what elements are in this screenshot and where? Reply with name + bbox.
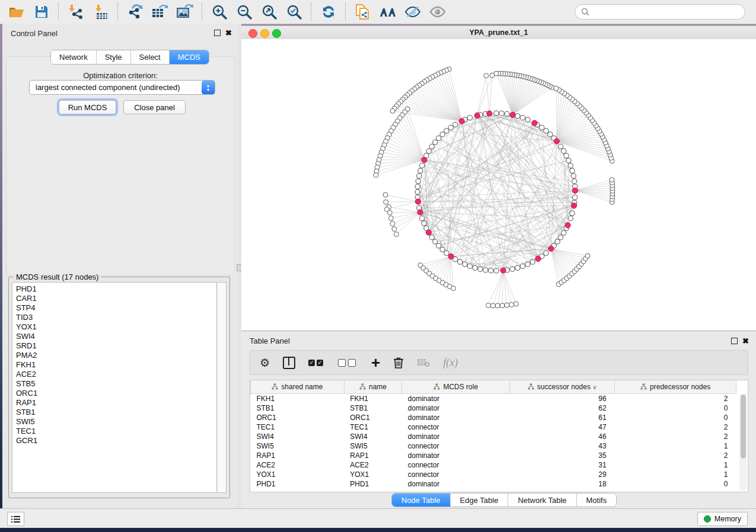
mcds-result-item[interactable]: ORC1 — [16, 389, 216, 398]
mcds-result-item[interactable]: SRD1 — [16, 341, 216, 351]
table-panel-title: Table Panel — [250, 336, 290, 345]
import-table-icon[interactable] — [92, 4, 109, 20]
memory-button[interactable]: Memory — [697, 512, 748, 526]
search-box[interactable] — [575, 4, 745, 20]
cell-successor_nodes: 61 — [510, 413, 615, 422]
float-panel-icon[interactable] — [214, 30, 221, 36]
tab-edge-table[interactable]: Edge Table — [451, 493, 509, 507]
cell-mcds_role: dominator — [402, 432, 510, 441]
run-mcds-button[interactable]: Run MCDS — [59, 100, 116, 114]
column-header-predecessor-nodes[interactable]: predecessor nodes — [615, 380, 736, 394]
table-row[interactable]: SWI4SWI4dominator462 — [251, 432, 736, 441]
optimization-criterion-label: Optimization criterion: — [7, 71, 234, 80]
network-graph[interactable] — [241, 39, 756, 331]
mcds-result-item[interactable]: SWI4 — [16, 332, 216, 341]
mcds-result-scrollbar[interactable] — [218, 282, 227, 493]
control-panel: Control Panel ✖ NetworkStyleSelectMCDS O… — [2, 24, 238, 508]
tab-network[interactable]: Network — [51, 50, 97, 64]
first-neighbors-icon[interactable] — [379, 4, 396, 20]
column-header-name[interactable]: name — [344, 380, 402, 394]
open-file-icon[interactable] — [8, 4, 25, 20]
cell-mcds_role: connector — [402, 470, 510, 479]
select-all-icon[interactable]: ✓✓ — [308, 355, 325, 370]
column-header-shared-name[interactable]: shared name — [251, 380, 344, 394]
save-session-icon[interactable] — [33, 4, 50, 20]
network-view[interactable] — [241, 39, 756, 331]
table-row[interactable]: PHD1PHD1dominator180 — [251, 479, 736, 489]
zoom-selected-icon[interactable] — [286, 4, 302, 20]
zoom-out-icon[interactable] — [236, 4, 253, 20]
delete-column-icon[interactable] — [393, 355, 404, 370]
criterion-select[interactable]: largest connected component (undirected)… — [29, 80, 215, 95]
mcds-result-item[interactable]: GCR1 — [16, 436, 216, 446]
tab-select[interactable]: Select — [131, 50, 170, 64]
zoom-in-icon[interactable] — [211, 4, 228, 20]
cell-shared_name: ORC1 — [251, 413, 344, 422]
mcds-result-item[interactable]: YOX1 — [16, 322, 216, 332]
select-stepper-icon: ▲▼ — [202, 81, 215, 94]
table-row[interactable]: SWI5SWI5connector431 — [251, 441, 736, 451]
mcds-result-item[interactable]: TID3 — [16, 313, 216, 322]
cell-shared_name: ACE2 — [251, 460, 344, 470]
table-row[interactable]: ACE2ACE2connector311 — [251, 460, 736, 470]
copy-style-icon[interactable] — [355, 4, 371, 20]
show-all-icon[interactable] — [429, 4, 446, 20]
mcds-result-item[interactable]: ACE2 — [16, 370, 216, 379]
cell-shared_name: RAP1 — [251, 451, 344, 460]
column-header-successor-nodes[interactable]: successor nodes ∨ — [510, 380, 615, 394]
import-network-icon[interactable] — [68, 4, 84, 20]
node-table[interactable]: shared namenameMCDS rolesuccessor nodes … — [250, 380, 748, 492]
task-history-button[interactable] — [7, 512, 24, 526]
float-table-panel-icon[interactable] — [731, 338, 738, 344]
mcds-result-item[interactable]: STB1 — [16, 408, 216, 417]
mcds-result-item[interactable]: SWI5 — [16, 417, 216, 427]
close-panel-button[interactable]: Close panel — [123, 100, 186, 114]
table-row[interactable]: TEC1TEC1connector472 — [251, 422, 736, 432]
mcds-result-item[interactable]: FKH1 — [16, 360, 216, 370]
close-panel-icon[interactable]: ✖ — [225, 30, 232, 36]
tab-mcds[interactable]: MCDS — [170, 50, 209, 64]
close-table-panel-icon[interactable]: ✖ — [742, 338, 749, 344]
table-row[interactable]: ORC1ORC1dominator610 — [251, 413, 736, 422]
tab-network-table[interactable]: Network Table — [508, 493, 576, 507]
mcds-result-item[interactable]: PMA2 — [16, 351, 216, 360]
table-toolbar: ⚙ ✓✓ + f(x) — [250, 350, 748, 375]
cell-name: YOX1 — [344, 470, 402, 479]
zoom-fit-icon[interactable] — [261, 4, 277, 20]
cell-mcds_role: dominator — [402, 451, 510, 460]
table-row[interactable]: FKH1FKH1dominator962 — [251, 394, 736, 404]
table-row[interactable]: STB1STB1dominator620 — [251, 403, 736, 413]
add-column-icon[interactable]: + — [371, 355, 380, 370]
tab-node-table[interactable]: Node Table — [392, 493, 451, 507]
hide-selected-icon[interactable] — [404, 4, 421, 20]
column-header-MCDS-role[interactable]: MCDS role — [402, 380, 510, 394]
tab-motifs[interactable]: Motifs — [577, 493, 617, 507]
mcds-result-list[interactable]: PHD1CAR1STP4TID3YOX1SWI4SRD1PMA2FKH1ACE2… — [12, 282, 217, 493]
cell-shared_name: STB1 — [251, 403, 344, 413]
table-row[interactable]: RAP1RAP1dominator352 — [251, 451, 736, 460]
export-table-icon[interactable] — [152, 4, 168, 20]
show-columns-icon[interactable] — [283, 355, 295, 370]
cell-shared_name: SWI4 — [251, 432, 344, 441]
table-row[interactable]: YOX1YOX1connector291 — [251, 470, 736, 479]
mcds-result-item[interactable]: RAP1 — [16, 398, 216, 408]
refresh-layout-icon[interactable] — [320, 4, 337, 20]
deselect-all-icon[interactable] — [338, 355, 358, 370]
cell-successor_nodes: 31 — [510, 460, 615, 470]
mcds-result-item[interactable]: TEC1 — [16, 427, 216, 436]
table-scrollbar-thumb[interactable] — [741, 395, 746, 459]
table-scrollbar[interactable] — [739, 393, 747, 491]
tab-style[interactable]: Style — [97, 50, 131, 64]
mcds-result-item[interactable]: CAR1 — [16, 294, 216, 303]
network-window-titlebar[interactable]: YPA_prune.txt_1 — [241, 25, 756, 40]
mcds-result-item[interactable]: STB5 — [16, 379, 216, 389]
export-network-icon[interactable] — [127, 4, 143, 20]
table-settings-icon[interactable]: ⚙ — [260, 355, 270, 370]
search-input[interactable] — [593, 7, 739, 17]
export-image-icon[interactable] — [177, 4, 193, 20]
mcds-result-item[interactable]: PHD1 — [16, 284, 216, 294]
cell-mcds_role: dominator — [402, 413, 510, 422]
table-panel: Table Panel ✖ ⚙ ✓✓ + f(x) shared namenam… — [241, 331, 756, 509]
mcds-result-item[interactable]: STP4 — [16, 303, 216, 313]
mcds-panel: NetworkStyleSelectMCDS Optimization crit… — [6, 56, 235, 275]
